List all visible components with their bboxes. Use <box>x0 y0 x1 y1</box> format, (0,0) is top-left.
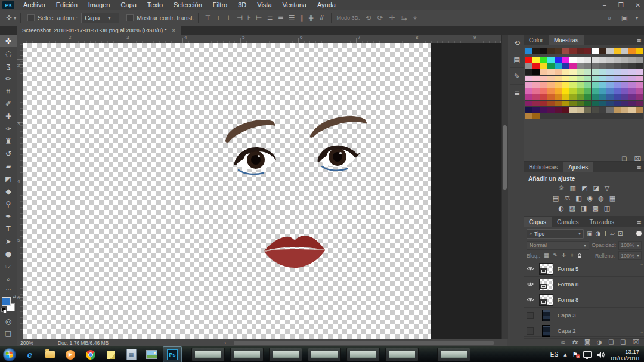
chevron-down-icon[interactable]: ▾ <box>636 16 638 21</box>
horizontal-ruler[interactable]: 23456789 <box>23 35 501 44</box>
swatch[interactable] <box>621 88 628 94</box>
brush-settings-panel-icon[interactable]: ✎ <box>510 68 524 85</box>
quick-mask-button[interactable]: ◎ <box>0 315 17 327</box>
layer-row[interactable]: Forma 8 <box>524 292 644 308</box>
history-brush-tool[interactable]: ↺ <box>0 147 17 160</box>
swatch[interactable] <box>547 69 554 75</box>
align-right-icon[interactable]: ⊢ <box>254 14 264 22</box>
internet-explorer-button[interactable]: e <box>21 347 39 362</box>
threshold-icon[interactable]: ◨ <box>581 205 587 212</box>
swatch[interactable] <box>636 94 643 100</box>
posterize-icon[interactable]: ▨ <box>569 205 575 212</box>
levels-icon[interactable]: ▥ <box>570 184 576 192</box>
swatch[interactable] <box>592 57 598 63</box>
swatch[interactable] <box>584 88 591 94</box>
swatch[interactable] <box>614 88 621 94</box>
layer-thumbnail[interactable] <box>537 325 555 337</box>
lasso-tool[interactable]: ʓ <box>0 60 17 72</box>
hidden-layer-checkbox[interactable] <box>527 327 534 335</box>
tab-muestras[interactable]: Muestras <box>549 35 584 45</box>
swatch[interactable] <box>621 63 628 69</box>
swatch[interactable] <box>540 57 547 63</box>
swatch[interactable] <box>577 88 584 94</box>
scroll-down-icon[interactable]: ⌄ <box>640 330 643 335</box>
language-indicator[interactable]: ES <box>550 351 558 358</box>
swatch[interactable] <box>584 101 591 107</box>
swatch[interactable] <box>532 48 539 54</box>
swatch[interactable] <box>592 48 598 54</box>
swatch[interactable] <box>532 63 539 69</box>
swatch[interactable] <box>628 94 635 100</box>
panel-menu-icon[interactable]: ≡ <box>637 219 642 225</box>
layer-filter-dropdown[interactable]: ⌕ Tipo ▾ <box>527 229 584 239</box>
swatch[interactable] <box>562 76 569 82</box>
lock-all-icon[interactable] <box>577 253 582 259</box>
align-hcenter-icon[interactable]: ⊦ <box>246 14 253 22</box>
layer-thumbnail[interactable] <box>537 310 555 321</box>
distribute-top-icon[interactable]: ≡ <box>265 14 275 22</box>
vertical-scrollbar[interactable] <box>501 35 508 339</box>
swatch[interactable] <box>525 82 532 88</box>
swatch[interactable] <box>547 107 554 113</box>
swatch[interactable] <box>569 101 576 107</box>
swatch[interactable] <box>562 82 569 88</box>
swatch[interactable] <box>525 48 532 54</box>
swatch[interactable] <box>540 48 547 54</box>
3d-pan-icon[interactable]: ✛ <box>388 14 397 22</box>
swatch[interactable] <box>525 57 532 63</box>
swatch[interactable] <box>547 48 554 54</box>
clone-stamp-tool[interactable]: ♜ <box>0 135 17 147</box>
invert-icon[interactable]: ◐ <box>558 205 564 212</box>
swatch[interactable] <box>569 88 576 94</box>
menu-item-3d[interactable]: 3D <box>233 0 252 10</box>
brush-tool[interactable]: ✑ <box>0 122 17 135</box>
swatch[interactable] <box>525 76 532 82</box>
swatch[interactable] <box>636 107 643 113</box>
horizontal-scrollbar-thumb[interactable] <box>234 341 494 345</box>
history-panel-icon[interactable]: ⟲ <box>510 35 524 51</box>
swatch[interactable] <box>555 88 562 94</box>
swatch[interactable] <box>592 69 598 75</box>
swatch[interactable] <box>621 69 628 75</box>
swatch[interactable] <box>628 48 635 54</box>
open-window-button[interactable] <box>346 348 380 361</box>
app-logo[interactable]: Ps <box>2 1 14 9</box>
hidden-layer-checkbox[interactable] <box>527 312 534 319</box>
swatch[interactable] <box>577 82 584 88</box>
swatch[interactable] <box>555 76 562 82</box>
layer-group-icon[interactable]: ❏ <box>609 339 614 345</box>
swatch[interactable] <box>584 48 591 54</box>
swatch[interactable] <box>532 76 539 82</box>
zoom-tool[interactable]: ⌕ <box>0 273 17 285</box>
swatch[interactable] <box>606 48 613 54</box>
swatch[interactable] <box>606 63 613 69</box>
swatch[interactable] <box>547 76 554 82</box>
open-window-button[interactable] <box>269 348 302 361</box>
swatch[interactable] <box>621 107 628 113</box>
swatch[interactable] <box>621 57 628 63</box>
swatch[interactable] <box>628 76 635 82</box>
swatch[interactable] <box>532 94 539 100</box>
layer-mask-icon[interactable]: ◙ <box>584 339 590 345</box>
open-window-button[interactable] <box>437 348 470 361</box>
swatch[interactable] <box>562 63 569 69</box>
chrome-button[interactable] <box>82 347 100 362</box>
layer-thumbnail[interactable] <box>537 279 555 290</box>
swatch[interactable] <box>628 107 635 113</box>
tab-capas[interactable]: Capas <box>524 217 552 227</box>
swatch[interactable] <box>525 69 532 75</box>
swatch[interactable] <box>636 76 643 82</box>
swatch[interactable] <box>540 94 547 100</box>
eyedropper-tool[interactable]: ✐ <box>0 97 17 110</box>
layer-row[interactable]: Forma 8 <box>524 277 644 292</box>
3d-slide-icon[interactable]: ⇆ <box>400 14 409 22</box>
menu-item-vista[interactable]: Vista <box>252 0 277 10</box>
photoshop-button[interactable]: Ps <box>163 346 182 362</box>
file-explorer-button[interactable] <box>41 347 59 362</box>
volume-icon[interactable] <box>597 351 605 358</box>
sticky-notes-button[interactable] <box>102 347 120 362</box>
distribute-right-icon[interactable]: # <box>317 14 327 22</box>
swatch[interactable] <box>614 48 621 54</box>
black-white-icon[interactable]: ◧ <box>575 194 581 202</box>
vertical-scrollbar-thumb[interactable] <box>503 125 507 190</box>
